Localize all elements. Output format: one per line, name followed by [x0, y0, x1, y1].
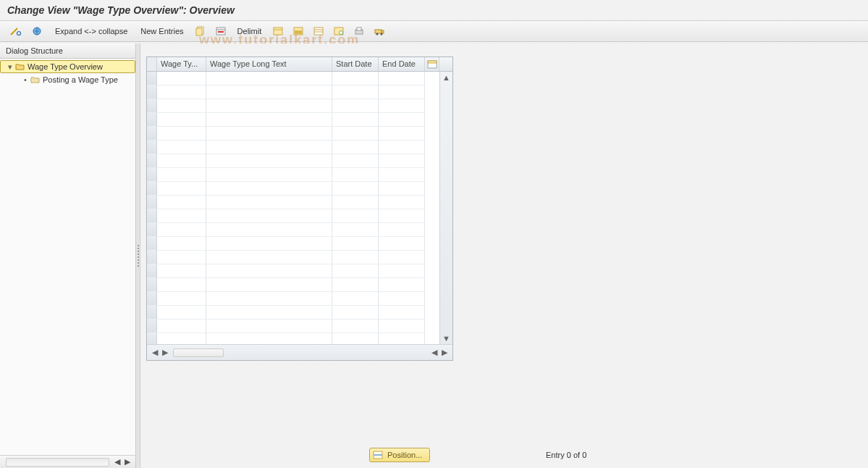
cell-long-text[interactable]	[206, 85, 332, 99]
new-entries-button[interactable]: New Entries	[136, 27, 187, 35]
cell-start-date[interactable]	[332, 141, 379, 154]
cell-start-date[interactable]	[332, 113, 379, 127]
display-change-toggle-button[interactable]	[7, 24, 25, 38]
scroll-left-end-icon[interactable]: ◀	[429, 348, 439, 358]
cell-start-date[interactable]	[332, 99, 379, 113]
cell-wage-type[interactable]	[157, 237, 206, 251]
cell-long-text[interactable]	[206, 209, 332, 223]
row-selector[interactable]	[147, 85, 157, 99]
cell-long-text[interactable]	[206, 99, 332, 113]
cell-start-date[interactable]	[332, 251, 379, 264]
cell-wage-type[interactable]	[157, 85, 206, 99]
cell-wage-type[interactable]	[157, 319, 206, 333]
cell-wage-type[interactable]	[157, 251, 206, 264]
row-selector[interactable]	[147, 264, 157, 278]
cell-start-date[interactable]	[332, 278, 379, 292]
col-wage-type-long-text[interactable]: Wage Type Long Text	[206, 57, 332, 71]
cell-end-date[interactable]	[379, 113, 425, 127]
row-selector[interactable]	[147, 141, 157, 154]
cell-start-date[interactable]	[332, 196, 379, 209]
row-selector[interactable]	[147, 292, 157, 306]
cell-start-date[interactable]	[332, 85, 379, 99]
row-selector[interactable]	[147, 196, 157, 209]
copy-button[interactable]	[193, 24, 208, 38]
cell-end-date[interactable]	[379, 168, 425, 182]
cell-end-date[interactable]	[379, 278, 425, 292]
table-row[interactable]	[147, 99, 452, 113]
row-selector[interactable]	[147, 251, 157, 264]
cell-start-date[interactable]	[332, 264, 379, 278]
cell-start-date[interactable]	[332, 209, 379, 223]
table-row[interactable]	[147, 182, 452, 196]
row-selector[interactable]	[147, 127, 157, 141]
table-row[interactable]	[147, 154, 452, 168]
select-all-header[interactable]	[147, 57, 157, 71]
table-row[interactable]	[147, 209, 452, 223]
cell-long-text[interactable]	[206, 127, 332, 141]
cell-wage-type[interactable]	[157, 141, 206, 154]
cell-wage-type[interactable]	[157, 154, 206, 168]
delimit-button[interactable]: Delimit	[233, 27, 266, 35]
cell-long-text[interactable]	[206, 237, 332, 251]
cell-wage-type[interactable]	[157, 72, 206, 85]
transport-button[interactable]	[371, 24, 387, 38]
cell-end-date[interactable]	[379, 319, 425, 333]
cell-wage-type[interactable]	[157, 264, 206, 278]
delete-button[interactable]	[213, 24, 229, 38]
cell-wage-type[interactable]	[157, 99, 206, 113]
table-row[interactable]	[147, 306, 452, 319]
table-row[interactable]	[147, 72, 452, 85]
cell-start-date[interactable]	[332, 154, 379, 168]
cell-end-date[interactable]	[379, 72, 425, 85]
cell-wage-type[interactable]	[157, 209, 206, 223]
cell-long-text[interactable]	[206, 113, 332, 127]
cell-long-text[interactable]	[206, 72, 332, 85]
scroll-down-icon[interactable]: ▼	[440, 333, 452, 344]
cell-long-text[interactable]	[206, 223, 332, 237]
table-row[interactable]	[147, 196, 452, 209]
cell-wage-type[interactable]	[157, 223, 206, 237]
table-row[interactable]	[147, 127, 452, 141]
cell-end-date[interactable]	[379, 154, 425, 168]
cell-end-date[interactable]	[379, 264, 425, 278]
table-row[interactable]	[147, 264, 452, 278]
col-start-date[interactable]: Start Date	[332, 57, 379, 71]
row-selector[interactable]	[147, 223, 157, 237]
deselect-all-button[interactable]	[311, 24, 326, 38]
cell-long-text[interactable]	[206, 278, 332, 292]
table-row[interactable]	[147, 237, 452, 251]
cell-end-date[interactable]	[379, 196, 425, 209]
scroll-right-end-icon[interactable]: ▶	[439, 348, 450, 358]
row-selector[interactable]	[147, 278, 157, 292]
col-end-date[interactable]: End Date	[379, 57, 425, 71]
cell-long-text[interactable]	[206, 182, 332, 196]
cell-start-date[interactable]	[332, 182, 379, 196]
print-button[interactable]	[351, 24, 367, 38]
table-vscroll[interactable]: ▲ ▼	[439, 72, 452, 344]
scroll-right-icon[interactable]: ▶	[160, 348, 170, 358]
cell-start-date[interactable]	[332, 319, 379, 333]
cell-wage-type[interactable]	[157, 196, 206, 209]
cell-wage-type[interactable]	[157, 127, 206, 141]
row-selector[interactable]	[147, 333, 157, 344]
cell-start-date[interactable]	[332, 72, 379, 85]
hscroll-track[interactable]	[173, 348, 224, 357]
cell-long-text[interactable]	[206, 292, 332, 306]
undo-button[interactable]	[270, 24, 286, 38]
select-all-button[interactable]	[290, 24, 306, 38]
configure-columns-button[interactable]	[425, 57, 439, 71]
sidebar-scroll-track[interactable]	[6, 458, 109, 467]
cell-start-date[interactable]	[332, 292, 379, 306]
table-row[interactable]	[147, 333, 452, 344]
row-selector[interactable]	[147, 319, 157, 333]
cell-long-text[interactable]	[206, 168, 332, 182]
cell-end-date[interactable]	[379, 209, 425, 223]
col-wage-type[interactable]: Wage Ty...	[157, 57, 206, 71]
cell-wage-type[interactable]	[157, 113, 206, 127]
cell-wage-type[interactable]	[157, 168, 206, 182]
cell-start-date[interactable]	[332, 237, 379, 251]
row-selector[interactable]	[147, 237, 157, 251]
scroll-up-icon[interactable]: ▲	[440, 72, 452, 83]
cell-long-text[interactable]	[206, 196, 332, 209]
table-config-button[interactable]	[331, 24, 347, 38]
